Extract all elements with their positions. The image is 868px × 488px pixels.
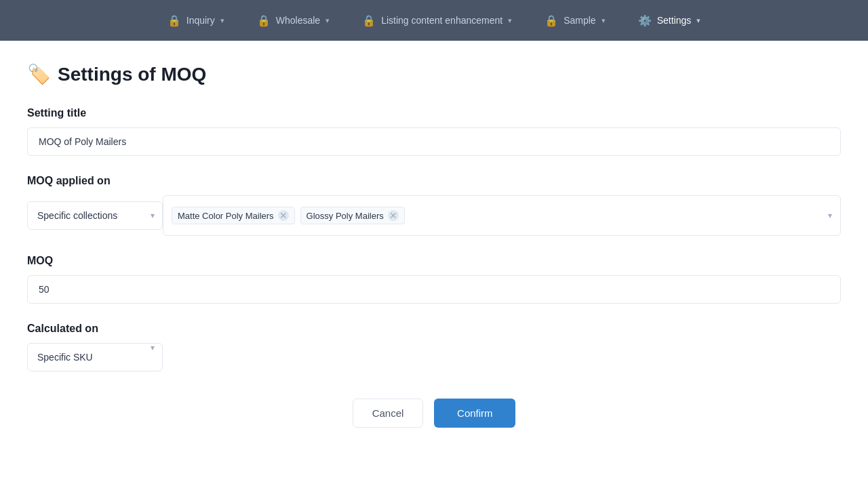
tag-glossy-poly-mailers: Glossy Poly Mailers ✕: [300, 207, 405, 224]
inquiry-chevron-icon: ▾: [220, 16, 224, 25]
tag-matte-poly-mailers: Matte Color Poly Mailers ✕: [172, 207, 295, 224]
moq-applied-section: MOQ applied on Specific collections All …: [27, 175, 841, 236]
nav-item-settings[interactable]: ⚙️ Settings ▾: [638, 14, 701, 27]
moq-input[interactable]: [27, 275, 841, 304]
confirm-button[interactable]: Confirm: [434, 399, 515, 428]
nav-sample-label: Sample: [564, 15, 595, 26]
wholesale-icon: 🔒: [257, 14, 271, 27]
cancel-button[interactable]: Cancel: [353, 399, 424, 428]
listing-icon: 🔒: [362, 14, 376, 27]
sample-chevron-icon: ▾: [601, 16, 606, 25]
calculated-on-section: Calculated on Specific SKU All SKUs ▾: [27, 323, 841, 371]
page-title-row: 🏷️ Settings of MOQ: [27, 63, 841, 85]
inquiry-icon: 🔒: [167, 14, 181, 27]
setting-title-section: Setting title: [27, 107, 841, 156]
page-title-icon: 🏷️: [27, 63, 51, 85]
listing-chevron-icon: ▾: [508, 16, 512, 25]
settings-chevron-icon: ▾: [696, 16, 701, 25]
collections-dropdown[interactable]: Specific collections All collections: [27, 201, 163, 230]
page-title: Settings of MOQ: [58, 64, 206, 85]
tags-chevron-icon: ▾: [828, 211, 832, 220]
setting-title-label: Setting title: [27, 107, 841, 119]
calculated-on-label: Calculated on: [27, 323, 841, 335]
tag-glossy-label: Glossy Poly Mailers: [307, 211, 384, 221]
setting-title-input[interactable]: [27, 127, 841, 156]
collections-tags-container[interactable]: Matte Color Poly Mailers ✕ Glossy Poly M…: [163, 195, 841, 236]
tag-glossy-remove-button[interactable]: ✕: [388, 210, 399, 221]
nav-item-wholesale[interactable]: 🔒 Wholesale ▾: [257, 14, 330, 27]
top-navigation: 🔒 Inquiry ▾ 🔒 Wholesale ▾ 🔒 Listing cont…: [0, 0, 868, 41]
moq-label: MOQ: [27, 255, 841, 267]
nav-settings-label: Settings: [657, 15, 692, 26]
nav-inquiry-label: Inquiry: [186, 15, 215, 26]
moq-applied-label: MOQ applied on: [27, 175, 841, 187]
nav-wholesale-label: Wholesale: [276, 15, 320, 26]
nav-item-inquiry[interactable]: 🔒 Inquiry ▾: [167, 14, 224, 27]
nav-item-sample[interactable]: 🔒 Sample ▾: [545, 14, 605, 27]
tag-matte-remove-button[interactable]: ✕: [278, 210, 289, 221]
settings-icon: ⚙️: [638, 14, 652, 27]
main-content: 🏷️ Settings of MOQ Setting title MOQ app…: [0, 41, 868, 476]
wholesale-chevron-icon: ▾: [326, 16, 330, 25]
nav-listing-label: Listing content enhancement: [381, 15, 502, 26]
collections-select-wrapper: Specific collections All collections ▾: [27, 195, 163, 236]
button-row: Cancel Confirm: [27, 399, 841, 455]
calculated-on-select-wrapper: Specific SKU All SKUs ▾: [27, 343, 163, 371]
sample-icon: 🔒: [545, 14, 558, 27]
nav-item-listing[interactable]: 🔒 Listing content enhancement ▾: [362, 14, 512, 27]
calculated-on-dropdown[interactable]: Specific SKU All SKUs: [27, 343, 163, 371]
moq-section: MOQ: [27, 255, 841, 304]
tag-matte-label: Matte Color Poly Mailers: [178, 211, 274, 221]
moq-applied-row: Specific collections All collections ▾ M…: [27, 195, 841, 236]
